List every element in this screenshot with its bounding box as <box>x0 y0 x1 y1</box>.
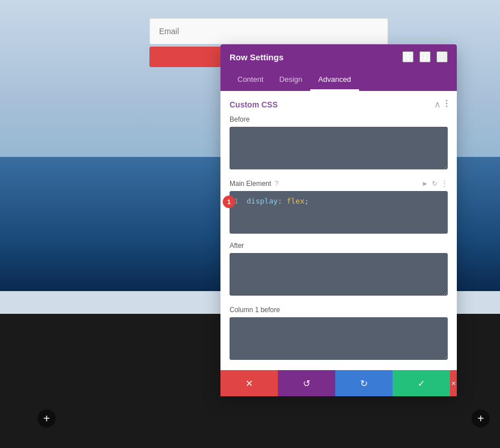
collapse-button[interactable]: ∧ <box>434 99 441 110</box>
cancel-button[interactable]: ✕ <box>220 370 278 396</box>
svg-rect-1 <box>409 53 411 56</box>
svg-rect-5 <box>426 53 428 60</box>
css-semi: ; <box>305 197 309 205</box>
more-vert-icon[interactable] <box>436 51 448 63</box>
custom-css-title: Custom CSS <box>230 100 278 109</box>
save-icon: ✓ <box>418 378 425 389</box>
before-field-group: Before <box>220 115 457 180</box>
undo-icon[interactable]: ↻ <box>432 180 438 188</box>
add-left-button[interactable]: + <box>38 409 56 428</box>
css-value: flex <box>286 197 304 205</box>
close-small-button[interactable]: ✕ <box>450 370 457 396</box>
undo-icon: ↺ <box>303 378 310 389</box>
svg-rect-0 <box>405 53 407 56</box>
plus-right-icon: + <box>477 412 484 425</box>
more-icon[interactable]: ⋮ <box>441 180 448 188</box>
svg-point-9 <box>446 99 448 101</box>
red-bar <box>149 47 223 67</box>
css-colon: : <box>278 197 287 205</box>
add-right-button[interactable]: + <box>472 409 490 428</box>
svg-rect-2 <box>405 57 407 60</box>
cursor-icon[interactable]: ► <box>422 180 428 188</box>
email-area <box>149 18 388 44</box>
before-label: Before <box>230 115 448 123</box>
tab-advanced[interactable]: Advanced <box>310 69 359 91</box>
after-label: After <box>230 242 448 250</box>
after-field-group: After <box>220 242 457 306</box>
custom-css-section-header: Custom CSS ∧ <box>220 91 457 115</box>
help-icon[interactable]: ? <box>274 180 278 188</box>
row-settings-panel: Row Settings <box>220 44 457 396</box>
expand-icon[interactable] <box>402 51 414 63</box>
column1before-textarea[interactable] <box>230 317 448 360</box>
tab-content[interactable]: Content <box>230 69 272 91</box>
section-controls: ∧ <box>434 99 448 110</box>
after-textarea[interactable] <box>230 253 448 296</box>
action-bar: ✕ ↺ ↻ ✓ ✕ <box>220 370 457 396</box>
svg-point-8 <box>441 59 443 61</box>
panel-body: Custom CSS ∧ Before Mai <box>220 91 457 370</box>
svg-point-6 <box>441 53 443 55</box>
panel-tabs: Content Design Advanced <box>220 69 457 91</box>
plus-left-icon: + <box>43 412 50 425</box>
undo-button[interactable]: ↺ <box>278 370 335 396</box>
svg-point-7 <box>441 56 443 58</box>
column1before-field-group: Column 1 before <box>220 306 457 370</box>
svg-rect-3 <box>409 57 411 60</box>
columns-icon[interactable] <box>419 51 431 63</box>
before-textarea[interactable] <box>230 127 448 169</box>
svg-point-11 <box>446 105 448 107</box>
panel-title: Row Settings <box>230 52 284 62</box>
line-number-badge: 1 <box>223 196 235 208</box>
redo-button[interactable]: ↻ <box>335 370 393 396</box>
main-element-label: Main Element ? ► ↻ ⋮ <box>230 180 448 188</box>
svg-rect-4 <box>422 53 424 60</box>
svg-point-10 <box>446 102 448 104</box>
main-element-field-group: Main Element ? ► ↻ ⋮ 1 1 display: flex; <box>220 180 457 242</box>
panel-header-icons <box>402 51 448 63</box>
column1before-label: Column 1 before <box>230 306 448 314</box>
tab-design[interactable]: Design <box>272 69 310 91</box>
css-property: display <box>247 197 278 205</box>
save-button[interactable]: ✓ <box>393 370 450 396</box>
redo-icon: ↻ <box>360 378 368 389</box>
main-element-toolbar: ► ↻ ⋮ <box>422 180 448 188</box>
section-more-button[interactable] <box>445 99 448 110</box>
code-content: display: flex; <box>247 196 443 207</box>
code-editor-inner[interactable]: 1 display: flex; <box>230 191 448 234</box>
cancel-icon: ✕ <box>245 378 253 389</box>
panel-header: Row Settings <box>220 44 457 69</box>
email-input[interactable] <box>149 18 388 44</box>
main-element-editor: 1 1 display: flex; <box>230 191 448 234</box>
